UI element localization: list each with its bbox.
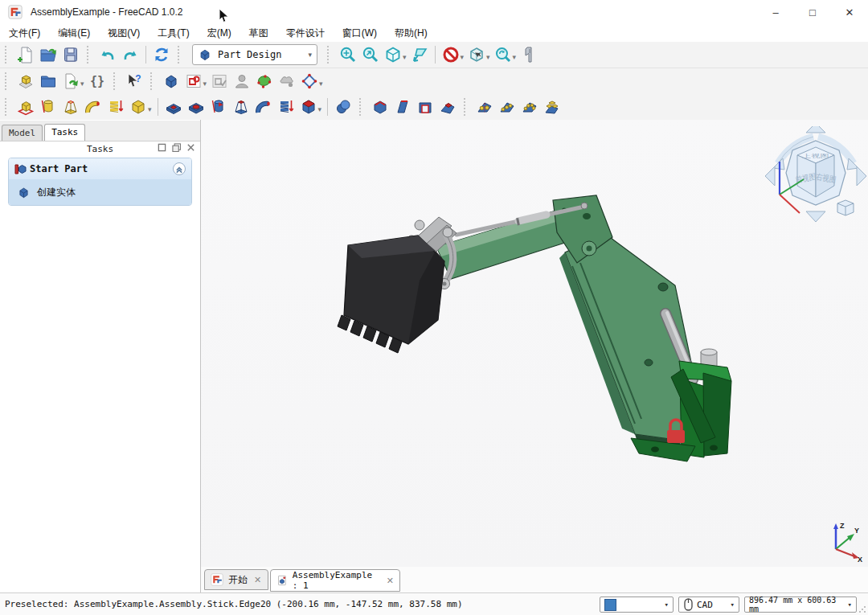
additive-loft-button[interactable] <box>59 96 82 118</box>
collapse-section-icon[interactable] <box>172 162 186 176</box>
person-icon <box>233 72 251 90</box>
additive-primitive-button[interactable] <box>127 96 149 118</box>
dock-restore-icon[interactable] <box>158 143 166 152</box>
axis-y-label: Y <box>854 527 859 535</box>
zoom-selection-button[interactable] <box>359 44 382 66</box>
pad-button[interactable] <box>14 96 37 118</box>
toolbar-grip[interactable] <box>359 98 366 116</box>
clipping-plane-button[interactable] <box>440 44 462 66</box>
resize-grip[interactable] <box>858 605 866 613</box>
draw-style-selector[interactable] <box>600 597 674 613</box>
open-file-button[interactable] <box>37 44 59 66</box>
thickness-button[interactable] <box>414 96 436 118</box>
subtractive-primitive-button[interactable] <box>297 96 320 118</box>
zoom-fit-icon <box>339 46 357 64</box>
box-selection-icon <box>468 46 485 64</box>
undo-button[interactable] <box>96 44 119 66</box>
zoom-fit-button[interactable] <box>337 44 359 66</box>
save-file-button[interactable] <box>59 44 82 66</box>
sync-view-button[interactable] <box>408 44 431 66</box>
validate-sketch-button[interactable] <box>253 71 276 92</box>
tab-start-page[interactable]: 开始 ✕ <box>204 569 268 590</box>
std-part-button[interactable] <box>14 71 37 92</box>
menu-view[interactable]: 视图(V) <box>99 24 149 42</box>
expression-button[interactable]: {} <box>86 71 108 92</box>
axonometric-view-button[interactable] <box>382 44 404 66</box>
hole-button[interactable] <box>185 96 207 118</box>
revolution-button[interactable] <box>37 96 59 118</box>
minimize-button[interactable]: – <box>757 0 794 24</box>
refresh-button[interactable] <box>150 44 173 66</box>
toolbar-grip[interactable] <box>464 98 470 116</box>
tab-close-icon[interactable]: ✕ <box>387 576 394 586</box>
box-element-selection-button[interactable] <box>465 44 488 66</box>
shape-binder-icon <box>278 72 296 90</box>
menu-macro[interactable]: 宏(M) <box>199 24 240 42</box>
redo-button[interactable] <box>119 44 141 66</box>
menu-edit[interactable]: 编辑(E) <box>49 24 99 42</box>
toolbar-grip[interactable] <box>150 72 157 90</box>
axis-x-label: X <box>858 556 862 562</box>
navigation-style-selector[interactable]: CAD <box>678 597 739 613</box>
dimension-selector[interactable]: 896.47 mm x 600.63 mm <box>744 597 857 613</box>
view-search-button[interactable] <box>492 44 514 66</box>
menu-help[interactable]: 帮助(H) <box>386 24 436 42</box>
subtractive-loft-button[interactable] <box>230 96 252 118</box>
toolbar-grip[interactable] <box>5 72 11 90</box>
create-body-button[interactable] <box>160 71 182 92</box>
workbench-selector[interactable]: Part Design <box>192 44 317 65</box>
menu-windows[interactable]: 窗口(W) <box>334 24 386 42</box>
nav-mini-cube[interactable] <box>837 200 854 215</box>
3d-viewport[interactable]: 上视图 前视图 右视图 Z Y X <box>201 120 868 567</box>
additive-helix-icon <box>107 98 125 116</box>
create-sketch-button[interactable] <box>182 71 205 92</box>
group-button[interactable] <box>37 71 59 92</box>
multitransform-button[interactable] <box>541 96 563 118</box>
new-file-button[interactable] <box>14 44 37 66</box>
dock-close-icon[interactable] <box>186 143 195 152</box>
toolbar-grip[interactable] <box>113 72 120 90</box>
menu-partdesign[interactable]: 零件设计 <box>277 24 334 42</box>
whats-this-button[interactable]: ? <box>123 71 145 92</box>
menu-file[interactable]: 文件(F) <box>0 24 49 42</box>
draft-button[interactable] <box>391 96 414 118</box>
close-button[interactable]: ✕ <box>831 0 868 24</box>
polar-pattern-button[interactable] <box>518 96 541 118</box>
svg-text:{}: {} <box>90 74 104 88</box>
toolbar-grip[interactable] <box>5 98 11 116</box>
groove-button[interactable] <box>207 96 230 118</box>
toolbar-grip[interactable] <box>5 46 11 64</box>
start-part-section-header[interactable]: Start Part <box>9 158 191 179</box>
maximize-button[interactable]: □ <box>794 0 831 24</box>
mirrored-button[interactable] <box>473 96 496 118</box>
tab-close-icon[interactable]: ✕ <box>254 575 261 585</box>
additive-pipe-button[interactable] <box>82 96 104 118</box>
refresh-icon <box>153 46 170 64</box>
pad-icon <box>17 98 35 116</box>
create-datum-button[interactable] <box>298 71 321 92</box>
navigation-cube[interactable]: 上视图 前视图 右视图 <box>764 126 868 229</box>
tab-assembly-document[interactable]: AssemblyExample : 1 ✕ <box>270 569 400 592</box>
menu-tools[interactable]: 工具(T) <box>149 24 198 42</box>
additive-helix-button[interactable] <box>104 96 127 118</box>
toolbar-grip[interactable] <box>327 46 334 64</box>
toolbar-grip[interactable] <box>87 46 93 64</box>
make-link-button[interactable] <box>59 71 82 92</box>
subtractive-helix-button[interactable] <box>275 96 297 118</box>
measure-caliper-icon <box>520 46 538 64</box>
create-solid-task-item[interactable]: 创建实体 <box>9 179 191 205</box>
fillet-button[interactable] <box>332 96 354 118</box>
title-bar: AssemblyExample - FreeCAD 1.0.2 – □ ✕ <box>0 0 868 24</box>
chamfer-button[interactable] <box>369 96 391 118</box>
linear-pattern-button[interactable] <box>496 96 518 118</box>
pocket-button[interactable] <box>162 96 185 118</box>
svg-text:?: ? <box>135 73 141 84</box>
menu-sketch[interactable]: 草图 <box>240 24 277 42</box>
tab-tasks[interactable]: Tasks <box>44 124 85 141</box>
measure-button[interactable] <box>518 44 540 66</box>
tab-model[interactable]: Model <box>2 125 43 141</box>
dock-float-icon[interactable] <box>172 143 181 152</box>
subtractive-pipe-button[interactable] <box>252 96 275 118</box>
boolean-button[interactable] <box>436 96 459 118</box>
toolbar-grip[interactable] <box>178 46 184 64</box>
